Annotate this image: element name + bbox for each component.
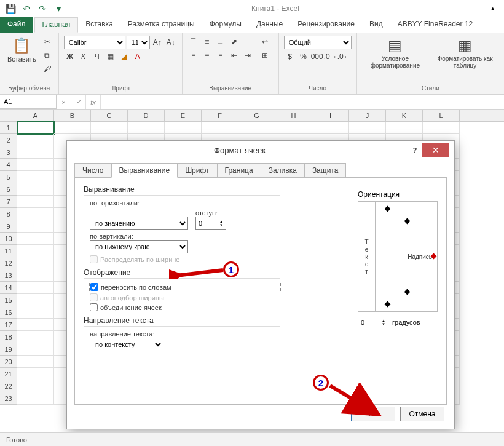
row-header[interactable]: 8 bbox=[0, 208, 17, 220]
borders-icon[interactable]: ▦ bbox=[104, 50, 117, 63]
bold-button[interactable]: Ж bbox=[64, 50, 76, 63]
row-header[interactable]: 11 bbox=[0, 245, 17, 257]
dialog-tab-protection[interactable]: Защита bbox=[304, 163, 347, 177]
col-header[interactable]: I bbox=[312, 110, 349, 121]
row-header[interactable]: 21 bbox=[0, 368, 17, 380]
currency-icon[interactable]: $ bbox=[284, 50, 296, 63]
cell[interactable] bbox=[128, 122, 165, 134]
grow-font-icon[interactable]: A↑ bbox=[151, 36, 163, 49]
cell[interactable] bbox=[17, 343, 54, 356]
tab-abbyy[interactable]: ABBYY FineReader 12 bbox=[390, 17, 481, 33]
orientation-icon[interactable]: ⬈ bbox=[228, 36, 240, 48]
col-header[interactable]: H bbox=[275, 110, 312, 121]
row-header[interactable]: 5 bbox=[0, 171, 17, 183]
cell[interactable] bbox=[349, 122, 386, 134]
cell[interactable] bbox=[17, 183, 54, 196]
cell[interactable] bbox=[238, 122, 275, 134]
cell[interactable] bbox=[17, 245, 54, 257]
increase-indent-icon[interactable]: ⇥ bbox=[242, 49, 254, 62]
col-header[interactable]: C bbox=[91, 110, 128, 121]
cancel-button[interactable]: Отмена bbox=[400, 407, 444, 421]
cell[interactable] bbox=[91, 122, 128, 134]
name-box[interactable]: A1 bbox=[0, 95, 57, 109]
ok-button[interactable]: ОК bbox=[351, 407, 395, 421]
cell[interactable] bbox=[165, 122, 202, 134]
conditional-formatting-button[interactable]: ▤ Условное форматирование bbox=[362, 36, 429, 70]
dialog-close-button[interactable]: ✕ bbox=[422, 143, 449, 157]
undo-icon[interactable]: ↶ bbox=[20, 2, 33, 15]
decrease-decimal-icon[interactable]: .0← bbox=[338, 50, 350, 63]
copy-icon[interactable]: ⧉ bbox=[41, 49, 53, 62]
ribbon-collapse-icon[interactable]: ▴ bbox=[486, 1, 500, 16]
row-header[interactable]: 6 bbox=[0, 183, 17, 196]
row-header[interactable]: 17 bbox=[0, 319, 17, 331]
cell[interactable] bbox=[17, 208, 54, 220]
cell[interactable] bbox=[17, 282, 54, 294]
row-header[interactable]: 23 bbox=[0, 392, 17, 405]
cell[interactable] bbox=[17, 319, 54, 331]
cell[interactable] bbox=[17, 392, 54, 405]
col-header[interactable]: A bbox=[17, 110, 54, 121]
font-size-combo[interactable]: 11 bbox=[127, 36, 150, 49]
cell[interactable] bbox=[17, 294, 54, 306]
cell[interactable] bbox=[17, 220, 54, 233]
align-middle-icon[interactable]: ≡ bbox=[201, 36, 213, 48]
row-header[interactable]: 19 bbox=[0, 343, 17, 356]
formula-input[interactable] bbox=[101, 95, 504, 109]
row-header[interactable]: 7 bbox=[0, 196, 17, 208]
cell[interactable] bbox=[17, 257, 54, 269]
cell[interactable] bbox=[312, 122, 349, 134]
row-header[interactable]: 18 bbox=[0, 331, 17, 343]
tab-layout[interactable]: Разметка страницы bbox=[120, 17, 202, 33]
thousands-icon[interactable]: 000 bbox=[311, 50, 323, 63]
format-painter-icon[interactable]: 🖌 bbox=[41, 63, 53, 75]
horizontal-align-combo[interactable]: по значению bbox=[90, 217, 188, 230]
merge-cells-checkbox[interactable]: объединение ячеек bbox=[90, 303, 280, 311]
cut-icon[interactable]: ✂ bbox=[41, 36, 53, 48]
cell[interactable] bbox=[386, 122, 423, 134]
select-all-corner[interactable] bbox=[0, 110, 17, 121]
increase-decimal-icon[interactable]: .0→ bbox=[325, 50, 337, 63]
wrap-text-checkbox[interactable]: переносить по словам bbox=[90, 282, 280, 292]
indent-spinner[interactable]: 0▲▼ bbox=[195, 217, 226, 230]
row-header[interactable]: 1 bbox=[0, 122, 17, 134]
dialog-tab-alignment[interactable]: Выравнивание bbox=[111, 163, 178, 178]
cell[interactable] bbox=[202, 122, 238, 134]
row-header[interactable]: 12 bbox=[0, 257, 17, 269]
qat-dropdown-icon[interactable]: ▾ bbox=[52, 2, 65, 15]
tab-review[interactable]: Рецензирование bbox=[290, 17, 362, 33]
row-header[interactable]: 20 bbox=[0, 356, 17, 368]
cell[interactable] bbox=[17, 380, 54, 392]
row-header[interactable]: 16 bbox=[0, 306, 17, 319]
cell[interactable] bbox=[17, 196, 54, 208]
paste-button[interactable]: 📋 Вставить bbox=[5, 36, 39, 64]
row-header[interactable]: 22 bbox=[0, 380, 17, 392]
cancel-formula-icon[interactable]: × bbox=[57, 95, 71, 109]
tab-insert[interactable]: Вставка bbox=[78, 17, 120, 33]
col-header[interactable]: F bbox=[202, 110, 238, 121]
row-header[interactable]: 2 bbox=[0, 134, 17, 146]
row-header[interactable]: 10 bbox=[0, 233, 17, 245]
col-header[interactable]: L bbox=[423, 110, 460, 121]
row-header[interactable]: 15 bbox=[0, 294, 17, 306]
degrees-spinner[interactable]: 0▲▼ bbox=[358, 316, 388, 329]
tab-view[interactable]: Вид bbox=[362, 17, 390, 33]
merge-cells-icon[interactable]: ⊞ bbox=[256, 49, 274, 62]
align-bottom-icon[interactable]: ⎽ bbox=[215, 36, 227, 48]
cell[interactable] bbox=[17, 171, 54, 183]
align-top-icon[interactable]: ⎺ bbox=[187, 36, 200, 48]
row-header[interactable]: 14 bbox=[0, 282, 17, 294]
cell[interactable] bbox=[17, 122, 54, 134]
underline-button[interactable]: Ч bbox=[91, 50, 103, 63]
align-right-icon[interactable]: ≡ bbox=[215, 49, 227, 62]
col-header[interactable]: J bbox=[349, 110, 386, 121]
fx-icon[interactable]: fx bbox=[86, 95, 101, 109]
cell[interactable] bbox=[17, 356, 54, 368]
format-as-table-button[interactable]: ▦ Форматировать как таблицу bbox=[431, 36, 499, 70]
tab-file[interactable]: Файл bbox=[0, 17, 33, 33]
row-header[interactable]: 3 bbox=[0, 146, 17, 159]
save-icon[interactable]: 💾 bbox=[4, 2, 17, 15]
fill-color-icon[interactable]: ◢ bbox=[118, 50, 130, 63]
cell[interactable] bbox=[17, 159, 54, 171]
cell[interactable] bbox=[17, 233, 54, 245]
